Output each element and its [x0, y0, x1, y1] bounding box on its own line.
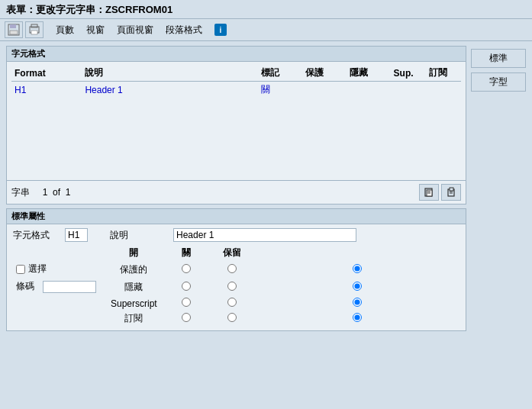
nav-next-button[interactable] [441, 184, 461, 201]
col-subscribe: 訂閱 [426, 65, 461, 82]
barcode-input[interactable] [43, 281, 96, 293]
col-hide: 隱藏 [347, 65, 391, 82]
table-row[interactable]: H1 Header 1 關 [11, 82, 461, 98]
pagination-row: 字串 1 of 1 [7, 180, 466, 204]
col-protect: 保護 [302, 65, 347, 82]
col-sup: Sup. [391, 65, 426, 82]
svg-rect-11 [450, 188, 453, 191]
menu-paragraph-format[interactable]: 段落格式 [166, 24, 202, 37]
subscribe-reserve-radio[interactable] [353, 313, 362, 322]
save-button[interactable] [5, 21, 23, 38]
subscribe-off-radio[interactable] [227, 313, 237, 322]
superscript-on-radio[interactable] [182, 298, 191, 307]
format-row: 字元格式 說明 [13, 228, 459, 242]
left-panel: 字元格式 Format 說明 標記 保護 隱藏 Sup. 訂閱 [6, 46, 466, 385]
print-icon [28, 24, 40, 36]
copy-icon [424, 187, 434, 198]
standard-button[interactable]: 標準 [471, 49, 526, 68]
std-attr-title: 標準屬性 [7, 209, 466, 224]
description-input[interactable] [173, 228, 356, 242]
save-icon [8, 24, 20, 36]
protect-on-radio[interactable] [182, 264, 191, 273]
main-area: 字元格式 Format 說明 標記 保護 隱藏 Sup. 訂閱 [0, 41, 532, 389]
pagination-current: 1 [43, 187, 48, 198]
radio-table: 開 關 保留 選擇 [13, 245, 459, 327]
pagination-text: 字串 1 of 1 [11, 186, 70, 199]
radio-header-on: 開 [105, 245, 163, 261]
title-bar: 表單：更改字元字串：ZSCRFROM01 [0, 0, 532, 19]
menu-bar: 頁數 視窗 頁面視窗 段落格式 i [56, 24, 227, 37]
description-link[interactable]: Header 1 [85, 85, 122, 95]
format-label: 字元格式 [13, 229, 59, 242]
menu-window[interactable]: 視窗 [86, 24, 105, 37]
select-checkbox[interactable] [16, 265, 25, 274]
menu-page-view[interactable]: 頁面視窗 [117, 24, 153, 37]
col-format: Format [11, 65, 82, 82]
format-table: Format 說明 標記 保護 隱藏 Sup. 訂閱 H1 Header 1 [11, 65, 461, 174]
protect-cell [302, 82, 347, 98]
format-link[interactable]: H1 [15, 85, 26, 95]
superscript-off-radio[interactable] [227, 298, 237, 307]
protect-reserve-radio[interactable] [353, 264, 362, 273]
protect-row: 選擇 保護的 [13, 261, 459, 279]
subscribe-on-radio[interactable] [182, 313, 191, 322]
mark-link[interactable]: 關 [261, 84, 270, 95]
print-button[interactable] [25, 21, 44, 38]
nav-buttons [419, 184, 461, 201]
char-format-section: 字元格式 Format 說明 標記 保護 隱藏 Sup. 訂閱 [6, 46, 466, 204]
font-button[interactable]: 字型 [471, 72, 526, 92]
char-format-title: 字元格式 [7, 47, 466, 62]
page-title: 表單：更改字元字串：ZSCRFROM01 [6, 4, 172, 15]
subscribe-label: 訂閱 [124, 313, 143, 324]
hide-row: 條碼 隱藏 [13, 279, 459, 296]
col-mark: 標記 [258, 65, 302, 82]
radio-section: 開 關 保留 選擇 [13, 245, 459, 327]
sup-cell [391, 82, 426, 98]
nav-prev-button[interactable] [419, 184, 439, 201]
std-attr-content: 字元格式 說明 開 關 [7, 224, 466, 330]
toolbar: 頁數 視窗 頁面視窗 段落格式 i [0, 19, 532, 41]
select-row: 選擇 [16, 262, 98, 275]
svg-rect-1 [10, 24, 16, 28]
char-format-content: Format 說明 標記 保護 隱藏 Sup. 訂閱 H1 Header 1 [7, 62, 466, 177]
select-label: 選擇 [28, 262, 47, 275]
hide-cell [347, 82, 391, 98]
pagination-label: 字串 [11, 187, 30, 198]
svg-rect-2 [10, 31, 18, 34]
superscript-label: Superscript [111, 298, 157, 309]
subscribe-row: 訂閱 [13, 311, 459, 327]
menu-pages[interactable]: 頁數 [56, 24, 74, 37]
pagination-total: 1 [66, 187, 71, 198]
svg-rect-5 [31, 31, 37, 34]
barcode-label: 條碼 [16, 280, 34, 293]
description-label: 說明 [110, 229, 156, 242]
col-description: 說明 [82, 65, 258, 82]
radio-header-reserve: 保留 [209, 245, 255, 261]
protect-label: 保護的 [120, 264, 147, 275]
superscript-reserve-radio[interactable] [353, 298, 362, 307]
hide-on-radio[interactable] [182, 282, 191, 291]
right-panel: 標準 字型 [471, 46, 526, 385]
superscript-row: Superscript [13, 296, 459, 311]
hide-reserve-radio[interactable] [353, 282, 362, 291]
protect-off-radio[interactable] [227, 264, 237, 273]
std-attr-section: 標準屬性 字元格式 說明 [6, 208, 466, 331]
format-input[interactable] [65, 228, 88, 242]
pagination-of: of [53, 187, 60, 198]
radio-header-off: 關 [163, 245, 209, 261]
subscribe-cell [426, 82, 461, 98]
barcode-row: 條碼 [16, 280, 98, 293]
hide-off-radio[interactable] [227, 282, 237, 291]
hide-label: 隱藏 [124, 282, 143, 292]
info-button[interactable]: i [214, 24, 227, 36]
paste-icon [446, 187, 456, 198]
